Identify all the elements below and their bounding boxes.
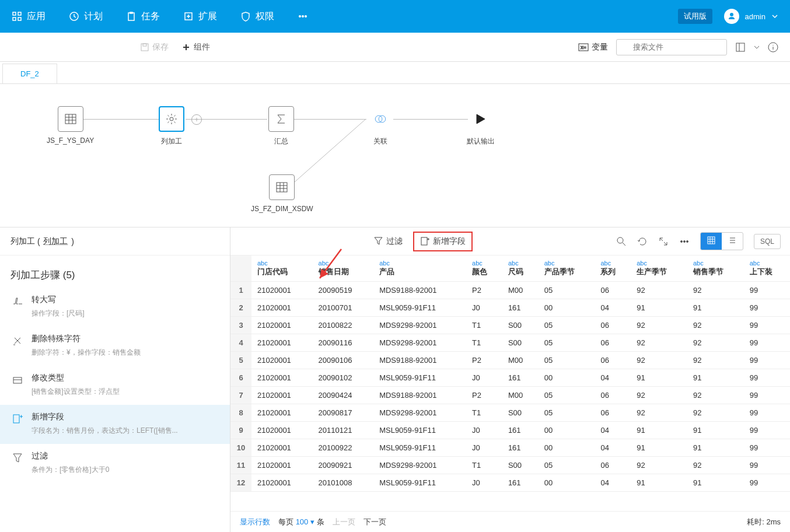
export-icon bbox=[183, 11, 194, 22]
cell: 92 bbox=[687, 387, 744, 404]
column-header[interactable]: abc系列 bbox=[595, 256, 631, 282]
new-field-button[interactable]: 新增字段 bbox=[413, 232, 473, 251]
search-input[interactable] bbox=[616, 39, 727, 55]
nav-app[interactable]: 应用 bbox=[12, 10, 46, 23]
svg-rect-2 bbox=[13, 18, 16, 20]
expand-icon[interactable] bbox=[658, 236, 669, 247]
show-rows-link[interactable]: 显示行数 bbox=[240, 517, 270, 527]
cell: 21020001 bbox=[251, 317, 313, 334]
step-item[interactable]: 转大写操作字段：[尺码] bbox=[0, 288, 230, 327]
add-column-icon bbox=[420, 236, 430, 246]
page-size[interactable]: 100 ▾ bbox=[296, 517, 314, 526]
table-icon bbox=[275, 181, 288, 194]
save-button[interactable]: 保存 bbox=[140, 42, 169, 52]
column-header[interactable]: abc尺码 bbox=[502, 256, 539, 282]
column-header[interactable]: abc产品 bbox=[373, 256, 466, 282]
nav-ext[interactable]: 扩展 bbox=[183, 10, 217, 23]
prev-page[interactable]: 上一页 bbox=[333, 517, 355, 527]
next-page[interactable]: 下一页 bbox=[363, 517, 386, 527]
table-row[interactable]: 32102000120100822MDS9298-92001T1S0005069… bbox=[230, 317, 790, 334]
cell: 20110121 bbox=[313, 422, 374, 439]
flow-canvas[interactable]: JS_F_YS_DAY 列加工 + 汇总 关联 默认输出 JS_FZ_DIM_X… bbox=[0, 84, 790, 228]
column-header[interactable]: abc销售季节 bbox=[687, 256, 744, 282]
cell: S00 bbox=[502, 317, 539, 334]
node-col-process[interactable]: 列加工 bbox=[159, 106, 184, 146]
column-header[interactable]: abc上下装 bbox=[744, 256, 790, 282]
table-row[interactable]: 112102000120090921MDS9298-92001T1S000506… bbox=[230, 457, 790, 474]
filter-button[interactable]: 过滤 bbox=[373, 236, 403, 247]
layout-icon[interactable] bbox=[735, 42, 746, 52]
row-number: 11 bbox=[230, 457, 251, 474]
cell: 00 bbox=[539, 422, 595, 439]
nav-task[interactable]: 任务 bbox=[126, 10, 160, 23]
column-header[interactable]: abc产品季节 bbox=[539, 256, 595, 282]
cell: 06 bbox=[595, 282, 631, 299]
column-header[interactable]: abc生产季节 bbox=[631, 256, 687, 282]
cell: S00 bbox=[502, 457, 539, 474]
cell: 92 bbox=[687, 352, 744, 369]
cell: 00 bbox=[539, 474, 595, 492]
row-number: 7 bbox=[230, 387, 251, 404]
step-item[interactable]: 删除特殊字符删除字符：¥，操作字段：销售金额 bbox=[0, 327, 230, 366]
svg-rect-3 bbox=[18, 18, 21, 20]
user-menu[interactable]: admin bbox=[724, 9, 778, 24]
node-join[interactable]: 关联 bbox=[368, 106, 393, 146]
step-item[interactable]: 新增字段字段名为：销售月份，表达式为：LEFT([销售... bbox=[0, 405, 230, 444]
refresh-icon[interactable] bbox=[637, 236, 648, 247]
grid-icon bbox=[12, 11, 22, 22]
panel-title: 列加工 ( 列加工 ) bbox=[0, 228, 230, 256]
svg-point-27 bbox=[684, 240, 686, 242]
svg-rect-10 bbox=[141, 44, 148, 51]
variable-button[interactable]: x=变量 bbox=[578, 42, 608, 52]
steps-heading: 列加工步骤 (5) bbox=[0, 256, 230, 288]
nav-perm[interactable]: 权限 bbox=[240, 10, 274, 23]
column-header[interactable]: abc颜色 bbox=[466, 256, 502, 282]
cell: 21020001 bbox=[251, 404, 313, 422]
add-node-button[interactable]: + bbox=[191, 114, 202, 125]
chevron-down-icon[interactable] bbox=[754, 44, 760, 50]
table-row[interactable]: 12102000120090519MDS9188-92001P2M0005069… bbox=[230, 282, 790, 299]
search-icon[interactable] bbox=[616, 236, 627, 247]
step-item[interactable]: 过滤条件为：[零售价格]大于0 bbox=[0, 444, 230, 483]
nav-plan[interactable]: 计划 bbox=[69, 10, 103, 23]
data-preview: 过滤 新增字段 SQL abc门店代码abc销售日期abc产品abc颜色abc尺… bbox=[230, 228, 790, 532]
list-view-button[interactable] bbox=[722, 233, 743, 250]
grid-view-button[interactable] bbox=[701, 233, 722, 250]
data-table-wrap[interactable]: abc门店代码abc销售日期abc产品abc颜色abc尺码abc产品季节abc系… bbox=[230, 256, 790, 511]
node-source1[interactable]: JS_F_YS_DAY bbox=[47, 106, 94, 145]
save-icon bbox=[140, 43, 149, 52]
table-row[interactable]: 22102000120100701MSL9059-91F11J016100049… bbox=[230, 299, 790, 317]
sql-button[interactable]: SQL bbox=[754, 234, 781, 249]
info-icon[interactable] bbox=[768, 42, 778, 52]
column-header[interactable]: abc门店代码 bbox=[251, 256, 313, 282]
node-aggregate[interactable]: 汇总 bbox=[268, 106, 294, 146]
svg-point-9 bbox=[305, 16, 307, 18]
component-button[interactable]: 组件 bbox=[181, 42, 210, 52]
pager: 显示行数 每页 100 ▾ 条 上一页 下一页 耗时: 2ms bbox=[230, 511, 790, 532]
step-item[interactable]: 修改类型[销售金额]设置类型：浮点型 bbox=[0, 366, 230, 405]
cell: 92 bbox=[631, 334, 687, 352]
table-row[interactable]: 102102000120100922MSL9059-91F11J01610004… bbox=[230, 439, 790, 457]
steps-sidebar: 列加工 ( 列加工 ) 列加工步骤 (5) 转大写操作字段：[尺码]删除特殊字符… bbox=[0, 228, 230, 532]
more-icon[interactable] bbox=[679, 236, 690, 247]
table-row[interactable]: 62102000120090102MSL9059-91F11J016100049… bbox=[230, 369, 790, 387]
column-header[interactable]: abc销售日期 bbox=[313, 256, 374, 282]
table-row[interactable]: 82102000120090817MDS9298-92001T1S0005069… bbox=[230, 404, 790, 422]
table-row[interactable]: 52102000120090106MDS9188-92001P2M0005069… bbox=[230, 352, 790, 369]
cell: 92 bbox=[631, 404, 687, 422]
table-row[interactable]: 122102000120101008MSL9059-91F11J01610004… bbox=[230, 474, 790, 492]
tab-df2[interactable]: DF_2 bbox=[2, 64, 57, 83]
row-number: 8 bbox=[230, 404, 251, 422]
cell: 05 bbox=[539, 352, 595, 369]
panel-name-input[interactable]: 列加工 bbox=[43, 236, 68, 247]
nav-more[interactable] bbox=[298, 10, 308, 23]
node-source2[interactable]: JS_FZ_DIM_XSDW bbox=[251, 174, 313, 213]
cell: 05 bbox=[539, 387, 595, 404]
table-row[interactable]: 72102000120090424MDS9188-92001P2M0005069… bbox=[230, 387, 790, 404]
table-row[interactable]: 92102000120110121MSL9059-91F11J016100049… bbox=[230, 422, 790, 439]
cell: 92 bbox=[631, 317, 687, 334]
trial-badge: 试用版 bbox=[678, 9, 712, 24]
shield-icon bbox=[240, 11, 251, 22]
node-output[interactable]: 默认输出 bbox=[467, 106, 495, 146]
table-row[interactable]: 42102000120090116MDS9298-92001T1S0005069… bbox=[230, 334, 790, 352]
